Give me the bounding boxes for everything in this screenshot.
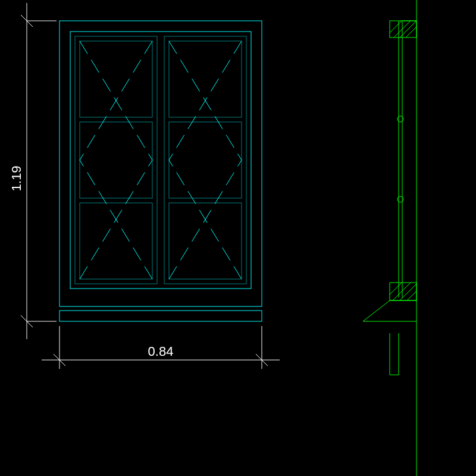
elevation-view — [60, 21, 262, 321]
section-view — [363, 0, 416, 476]
window-sill — [60, 311, 262, 321]
dimension-horizontal: 0.84 — [42, 326, 280, 369]
section-sill — [363, 283, 416, 375]
right-sash — [164, 36, 246, 284]
dim-height-text: 1.19 — [9, 166, 24, 192]
svg-rect-26 — [390, 21, 416, 37]
dimension-vertical: 1.19 — [9, 3, 57, 339]
svg-line-27 — [390, 21, 402, 33]
opening-direction-marks — [80, 41, 242, 279]
pane-r3 — [169, 203, 242, 279]
svg-line-35 — [393, 283, 411, 300]
cad-drawing: 1.19 0.84 — [0, 0, 476, 476]
svg-rect-33 — [390, 283, 416, 300]
svg-line-34 — [390, 283, 402, 295]
svg-line-37 — [407, 291, 416, 300]
dim-width-text: 0.84 — [148, 344, 174, 359]
section-head — [390, 21, 416, 37]
svg-line-30 — [406, 27, 416, 37]
outer-frame — [60, 21, 262, 306]
pane-l3 — [80, 203, 152, 279]
pane-r2 — [169, 122, 242, 198]
pane-r1 — [169, 41, 242, 117]
pane-l2 — [80, 122, 152, 198]
left-sash — [75, 36, 157, 284]
pane-l1 — [80, 41, 152, 117]
